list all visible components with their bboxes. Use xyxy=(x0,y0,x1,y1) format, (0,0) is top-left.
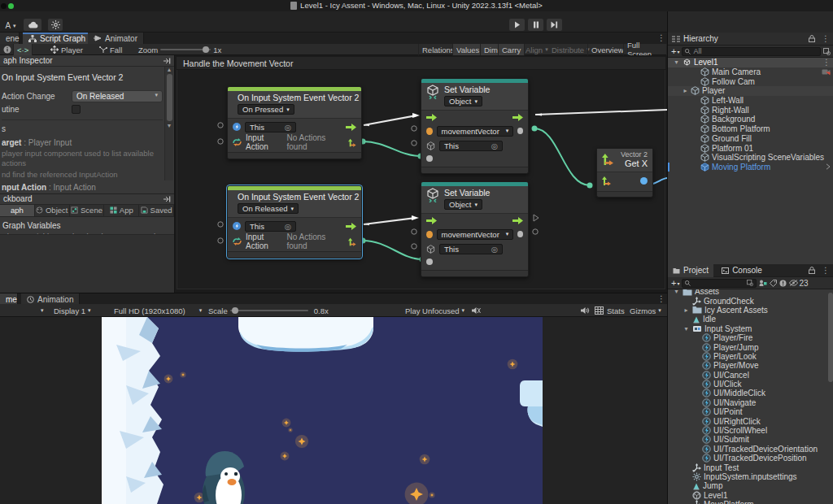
inspector-scrollbar[interactable]: ▲▼ xyxy=(164,67,173,180)
gizmos-dropdown[interactable]: Gizmos▾ xyxy=(626,304,665,317)
tab-animator[interactable]: Animator xyxy=(88,33,144,44)
tab-game[interactable]: me xyxy=(0,293,18,305)
favorites-filter-icon[interactable] xyxy=(779,280,787,287)
project-menu[interactable]: ⋮ xyxy=(822,267,830,275)
step-button[interactable] xyxy=(546,18,563,32)
label-filter-icon[interactable] xyxy=(770,280,777,287)
hierarchy-search-input[interactable]: All xyxy=(682,47,821,56)
game-tab-menu[interactable]: ⋮ xyxy=(657,295,665,303)
project-item-inputsystem-inputsettings[interactable]: InputSystem.inputsettings xyxy=(668,472,833,481)
overview-button[interactable]: Overview xyxy=(587,44,628,55)
hierarchy-item-moving-platform[interactable]: Moving Platform xyxy=(668,163,833,172)
hierarchy-item-visualscripting-scenevariables[interactable]: VisualScripting SceneVariables xyxy=(668,153,833,163)
mute-audio-icon[interactable] xyxy=(469,304,484,317)
variable-kind-dropdown[interactable]: Object▾ xyxy=(444,96,482,106)
project-search-input[interactable] xyxy=(682,279,757,288)
value-in-port[interactable] xyxy=(426,259,433,265)
project-item-moveplatform[interactable]: MovePlatform xyxy=(668,500,833,504)
variable-kind-dropdown[interactable]: Object▾ xyxy=(444,199,482,210)
game-view-menu[interactable]: ▾ xyxy=(37,304,47,317)
this-input-chip[interactable]: This◎ xyxy=(439,141,503,151)
node-on-input-pressed[interactable]: On Input System Event Vector 2 On Presse… xyxy=(227,86,362,159)
action-change-dropdown[interactable]: On Released▾ xyxy=(72,90,163,102)
values-toggle[interactable]: Values xyxy=(452,44,483,55)
hierarchy-item-follow-cam[interactable]: Follow Cam xyxy=(668,76,833,86)
exec-out-port[interactable] xyxy=(512,217,523,224)
vector2-out-port[interactable] xyxy=(348,237,356,246)
exec-out-port[interactable] xyxy=(512,114,523,121)
expander-icon[interactable]: ▸ xyxy=(682,87,689,94)
this-input-chip[interactable]: This◎ xyxy=(245,122,296,133)
project-item-jump[interactable]: Jump xyxy=(668,481,833,490)
value-out-port[interactable] xyxy=(517,231,523,237)
hierarchy-item-main-camera[interactable]: Main Camera xyxy=(668,67,833,77)
bb-tab-object[interactable]: Object xyxy=(35,205,70,216)
event-type-dropdown[interactable]: On Released▾ xyxy=(238,203,299,214)
hierarchy-menu[interactable]: ⋮ xyxy=(822,35,830,43)
row-menu[interactable]: ⋮ xyxy=(822,59,831,67)
event-type-dropdown[interactable]: On Pressed▾ xyxy=(238,104,294,115)
zoom-slider[interactable] xyxy=(160,49,211,50)
hierarchy-item-level1[interactable]: ▾Level1⋮ xyxy=(668,58,833,67)
hierarchy-item-ground-fill[interactable]: Ground Fill xyxy=(668,134,833,144)
project-item-input-system[interactable]: ▾Input System xyxy=(668,324,833,333)
lock-icon[interactable] xyxy=(809,35,815,42)
expander-icon[interactable]: ▸ xyxy=(683,306,690,314)
project-item-ui-middleclick[interactable]: UI/MiddleClick xyxy=(668,389,833,398)
project-item-ui-cancel[interactable]: UI/Cancel xyxy=(668,371,833,380)
scale-slider[interactable] xyxy=(230,310,308,311)
stats-button[interactable]: Stats xyxy=(604,304,628,317)
exec-out-port[interactable] xyxy=(346,124,356,131)
exec-in-port[interactable] xyxy=(426,114,437,121)
node-set-variable-2[interactable]: Set Variable Object▾ movementVector▾ Thi… xyxy=(421,181,529,277)
project-item-ui-trackeddeviceposition[interactable]: UI/TrackedDevicePosition xyxy=(668,454,833,463)
node-on-input-released[interactable]: On Input System Event Vector 2 On Releas… xyxy=(227,185,362,259)
graph-group-header[interactable]: Handle the Movement Vector xyxy=(177,57,665,70)
value-in-port[interactable] xyxy=(426,155,433,162)
play-button[interactable] xyxy=(508,18,526,32)
prefab-open-chevron[interactable] xyxy=(826,163,831,170)
dock-icon[interactable] xyxy=(164,196,171,202)
project-item-input-test[interactable]: Input Test xyxy=(668,463,833,471)
breadcrumb-fall[interactable]: Fall xyxy=(96,44,125,55)
expander-icon[interactable]: ▾ xyxy=(683,325,690,332)
project-item-ui-scrollwheel[interactable]: UI/ScrollWheel xyxy=(668,426,833,435)
bb-tab-graph[interactable]: aph xyxy=(0,205,35,216)
account-dropdown[interactable]: A ▾ xyxy=(2,19,20,33)
hierarchy-item-left-wall[interactable]: Left-Wall xyxy=(668,96,833,106)
hierarchy-header[interactable]: Hierarchy ⋮ xyxy=(668,33,833,46)
bb-tab-saved[interactable]: Saved xyxy=(139,205,174,216)
node-vector2-get-x[interactable]: Vector 2 Get X xyxy=(596,148,653,198)
project-item-groundcheck[interactable]: GroundCheck xyxy=(668,296,833,305)
project-item-ui-navigate[interactable]: UI/Navigate xyxy=(668,398,833,407)
display-dropdown[interactable]: Display 1▾ xyxy=(50,304,94,317)
value-out-port[interactable] xyxy=(517,128,523,134)
project-item-ui-rightclick[interactable]: UI/RightClick xyxy=(668,416,833,425)
resolution-dropdown[interactable]: Full HD (1920x1080)▾ xyxy=(111,304,205,317)
graph-canvas[interactable]: Handle the Movement Vector On Inpu xyxy=(175,55,667,293)
variable-name-port[interactable] xyxy=(426,231,433,238)
pause-button[interactable] xyxy=(527,18,544,32)
variable-name-dropdown[interactable]: movementVector▾ xyxy=(437,229,514,240)
package-filter-icon[interactable] xyxy=(759,280,767,287)
game-viewport[interactable] xyxy=(102,317,543,504)
hierarchy-item-player[interactable]: ▸Player xyxy=(668,86,833,96)
this-input-chip[interactable]: This◎ xyxy=(439,244,503,254)
project-item-idle[interactable]: Idle xyxy=(668,315,833,324)
expander-icon[interactable]: ▾ xyxy=(673,59,680,66)
settings-button[interactable] xyxy=(47,18,63,32)
hierarchy-item-right-wall[interactable]: Right-Wall xyxy=(668,105,833,115)
project-item-assets[interactable]: ▾Assets xyxy=(668,289,833,296)
exec-out-port[interactable] xyxy=(346,223,356,230)
project-item-ui-submit[interactable]: UI/Submit xyxy=(668,435,833,444)
project-item-player-look[interactable]: Player/Look xyxy=(668,352,833,361)
vector2-in-port[interactable] xyxy=(602,176,611,185)
tab-console[interactable]: Console xyxy=(717,266,767,275)
project-item-player-move[interactable]: Player/Move xyxy=(668,361,833,370)
tab-script-graph[interactable]: Script Graph xyxy=(23,33,92,44)
expander-icon[interactable]: ▾ xyxy=(673,289,680,295)
exec-in-port[interactable] xyxy=(426,217,437,224)
play-mode-dropdown[interactable]: Play Unfocused▾ xyxy=(402,304,468,317)
search-by-type-icon[interactable] xyxy=(823,48,831,55)
carry-toggle[interactable]: Carry xyxy=(498,44,525,55)
